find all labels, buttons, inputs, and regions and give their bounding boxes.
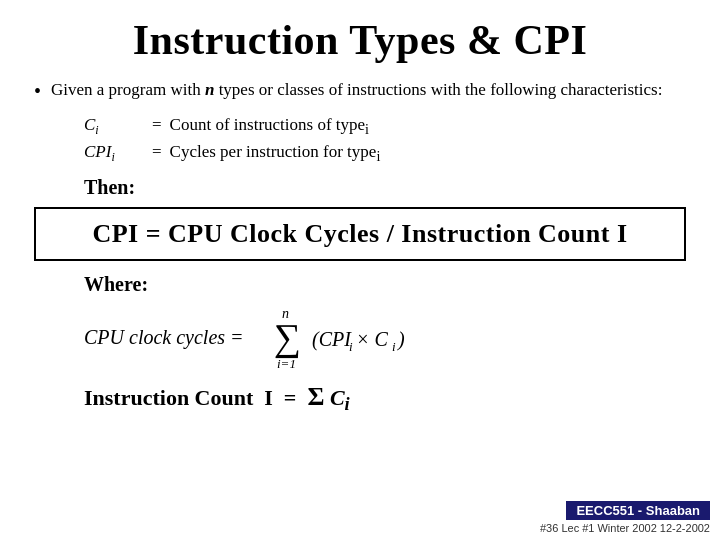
svg-text:i=1: i=1 [277,356,296,371]
def-term-ci: Ci [84,115,144,138]
def-desc-ci: Count of instructions of typei [170,115,369,138]
formula-area: CPU clock cycles = ∑ n i=1 (CPI i × C i … [84,302,696,372]
sigma-symbol: Σ [307,382,324,411]
def-eq-cpii: = [152,142,162,162]
svg-text:i: i [392,339,396,354]
def-row-cpii: CPIi = Cycles per instruction for typei [84,142,696,165]
bullet-section: • Given a program with n types or classe… [24,78,696,103]
svg-text:): ) [397,328,405,351]
bullet-text: Given a program with n types or classes … [51,78,662,102]
slide: Instruction Types & CPI • Given a progra… [0,0,720,540]
bullet-icon: • [34,80,41,103]
svg-text:n: n [282,306,289,321]
footer-badge: EECC551 - Shaaban [566,501,710,520]
instruction-count: Instruction Count I = Σ Ci [84,382,696,415]
svg-text:(CPI: (CPI [312,328,352,351]
cpi-box: CPI = CPU Clock Cycles / Instruction Cou… [34,207,686,261]
svg-text:CPU clock cycles =: CPU clock cycles = [84,326,244,349]
definitions: Ci = Count of instructions of typei CPIi… [84,115,696,166]
slide-title: Instruction Types & CPI [24,16,696,64]
then-label: Then: [84,176,696,199]
footer-slide-num: #36 Lec #1 Winter 2002 12-2-2002 [540,522,710,534]
def-eq-ci: = [152,115,162,135]
def-term-cpii: CPIi [84,142,144,165]
def-desc-cpii: Cycles per instruction for typei [170,142,381,165]
svg-text:i: i [349,339,353,354]
def-row-ci: Ci = Count of instructions of typei [84,115,696,138]
svg-text:× C: × C [356,328,388,350]
formula-svg: CPU clock cycles = ∑ n i=1 (CPI i × C i … [84,302,424,372]
where-label: Where: [84,273,696,296]
svg-text:∑: ∑ [274,316,301,359]
footer: EECC551 - Shaaban #36 Lec #1 Winter 2002… [540,501,710,534]
